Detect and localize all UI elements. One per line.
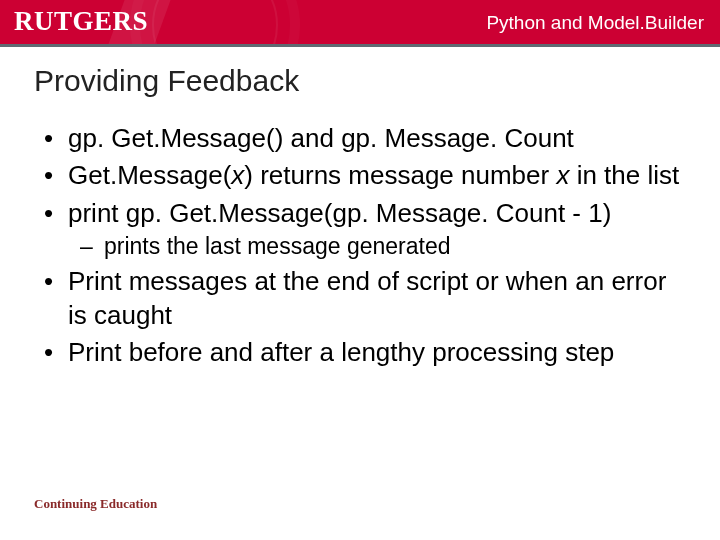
header-underline bbox=[0, 44, 720, 47]
bullet-item: gp. Get.Message() and gp. Message. Count bbox=[40, 122, 680, 155]
bullet-item: Print before and after a lengthy process… bbox=[40, 336, 680, 369]
bullet-text: gp. Get.Message() and gp. Message. Count bbox=[68, 123, 574, 153]
slide-body: gp. Get.Message() and gp. Message. Count… bbox=[40, 122, 680, 373]
header-seal-icon bbox=[130, 0, 300, 44]
bullet-text-mid: ) returns message number bbox=[244, 160, 556, 190]
bullet-text-post: in the list bbox=[569, 160, 679, 190]
bullet-item: print gp. Get.Message(gp. Message. Count… bbox=[40, 197, 680, 262]
course-title: Python and Model.Builder bbox=[486, 12, 704, 34]
sub-bullet-item: prints the last message generated bbox=[78, 232, 680, 261]
bullet-text-italic: x bbox=[231, 160, 244, 190]
header-bar: RUTGERS Python and Model.Builder bbox=[0, 0, 720, 44]
brand-logo: RUTGERS bbox=[14, 6, 148, 37]
bullet-text-pre: Get.Message( bbox=[68, 160, 231, 190]
footer-text: Continuing Education bbox=[34, 496, 157, 512]
bullet-text: Print before and after a lengthy process… bbox=[68, 337, 614, 367]
bullet-text: print gp. Get.Message(gp. Message. Count… bbox=[68, 198, 611, 228]
bullet-text: Print messages at the end of script or w… bbox=[68, 266, 666, 329]
bullet-text-italic: x bbox=[556, 160, 569, 190]
slide-title: Providing Feedback bbox=[34, 64, 299, 98]
bullet-item: Get.Message(x) returns message number x … bbox=[40, 159, 680, 192]
sub-bullet-text: prints the last message generated bbox=[104, 233, 450, 259]
bullet-item: Print messages at the end of script or w… bbox=[40, 265, 680, 332]
slide: RUTGERS Python and Model.Builder Providi… bbox=[0, 0, 720, 540]
